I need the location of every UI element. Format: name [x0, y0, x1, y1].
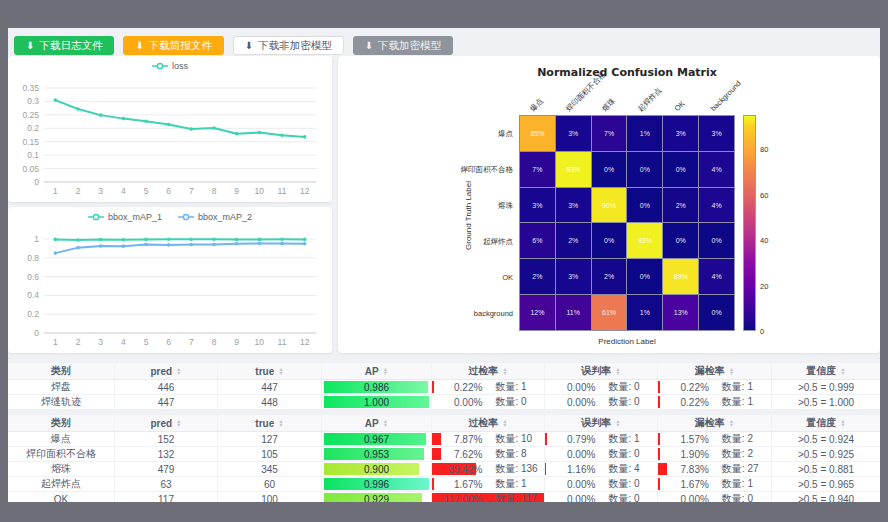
header-pred[interactable]: pred▲▼ — [115, 363, 218, 379]
colorbar-tick-label: 60 — [760, 191, 768, 200]
matrix-cell: 12% — [520, 295, 555, 330]
header-ap[interactable]: AP▲▼ — [322, 363, 432, 379]
cell-over-rate: 39.42%数量: 136 — [432, 462, 545, 476]
header-confidence[interactable]: 置信度▲▼ — [772, 415, 880, 431]
rate-percent: 0.00% — [432, 397, 482, 408]
rate-count: 数量: 0 — [608, 447, 639, 461]
header-label: 误判率 — [581, 364, 611, 378]
confusion-matrix-ylabel: Ground Truth Label — [464, 181, 473, 250]
header-miss-rate[interactable]: 漏检率▲▼ — [658, 363, 772, 379]
header-confidence[interactable]: 置信度▲▼ — [772, 363, 880, 379]
matrix-cell: 7% — [520, 152, 555, 187]
button-label: 下载加密模型 — [378, 39, 441, 53]
sort-icon[interactable]: ▲▼ — [502, 367, 507, 376]
header-misjudge-rate[interactable]: 误判率▲▼ — [545, 363, 658, 379]
header-true[interactable]: true▲▼ — [218, 415, 322, 431]
cell-misjudge-rate: 0.00%数量: 0 — [545, 447, 658, 461]
ap-value: 0.967 — [324, 433, 429, 445]
sort-icon[interactable]: ▲▼ — [278, 367, 283, 376]
header-label: pred — [150, 366, 172, 377]
legend-item-loss[interactable]: loss — [152, 61, 188, 71]
sort-icon[interactable]: ▲▼ — [729, 367, 734, 376]
confusion-matrix-xlabel: Prediction Label — [519, 337, 735, 346]
cell-ap: 1.000 — [322, 395, 432, 409]
header-pred[interactable]: pred▲▼ — [115, 415, 218, 431]
legend-label: bbox_mAP_1 — [108, 212, 162, 222]
matrix-cell: 4% — [699, 259, 734, 294]
loss-chart-legend: loss — [8, 61, 332, 71]
cell-miss-rate: 7.83%数量: 27 — [658, 462, 772, 476]
table-row: 起焊炸点63600.9961.67%数量: 10.00%数量: 01.67%数量… — [8, 477, 880, 492]
svg-text:0.25: 0.25 — [22, 110, 39, 120]
cell-pred: 152 — [115, 432, 218, 446]
ap-bar-wrap: 1.000 — [324, 396, 429, 408]
sort-icon[interactable]: ▲▼ — [615, 419, 620, 428]
svg-text:0: 0 — [34, 328, 39, 338]
header-label: pred — [150, 418, 172, 429]
sort-icon[interactable]: ▲▼ — [383, 419, 388, 428]
rate-percent: 0.22% — [432, 382, 482, 393]
matrix-cell: 89% — [663, 259, 698, 294]
toolbar: ⬇下载日志文件⬇下载简报文件⬇下载非加密模型⬇下载加密模型 — [14, 36, 453, 55]
header-true[interactable]: true▲▼ — [218, 363, 322, 379]
table-header-row: 类别pred▲▼true▲▼AP▲▼过检率▲▼误判率▲▼漏检率▲▼置信度▲▼ — [8, 363, 880, 380]
cell-miss-rate: 0.22%数量: 1 — [658, 395, 772, 409]
matrix-row-label: 熔珠 — [441, 201, 513, 211]
table-row: OK1171000.929117.00%数量: 1170.00%数量: 00.0… — [8, 492, 880, 502]
legend-item-bbox_mAP_1[interactable]: bbox_mAP_1 — [88, 212, 162, 222]
cell-pred: 447 — [115, 395, 218, 409]
header-miss-rate[interactable]: 漏检率▲▼ — [658, 415, 772, 431]
download-icon: ⬇ — [365, 41, 373, 51]
cell-ap: 0.900 — [322, 462, 432, 476]
download-icon: ⬇ — [26, 41, 34, 51]
rate-percent: 1.90% — [658, 449, 709, 460]
cell-confidence: >0.5 = 0.925 — [772, 447, 880, 461]
rate-count: 数量: 2 — [722, 432, 753, 446]
ap-value: 0.986 — [324, 381, 429, 393]
rate-count: 数量: 0 — [495, 395, 526, 409]
svg-text:0.6: 0.6 — [27, 272, 39, 282]
download-brief-file-button[interactable]: ⬇下载简报文件 — [123, 36, 223, 55]
rate-count: 数量: 0 — [608, 477, 639, 491]
ap-bar-wrap: 0.953 — [324, 448, 429, 460]
rate-count: 数量: 27 — [722, 462, 759, 476]
sort-icon[interactable]: ▲▼ — [383, 367, 388, 376]
header-label: 类别 — [51, 416, 71, 430]
matrix-col-label: OK — [673, 99, 687, 113]
sort-icon[interactable]: ▲▼ — [729, 419, 734, 428]
sort-icon[interactable]: ▲▼ — [176, 419, 181, 428]
download-unencrypted-model-button[interactable]: ⬇下载非加密模型 — [233, 36, 344, 55]
colorbar-tick-label: 0 — [760, 327, 764, 336]
download-log-file-button[interactable]: ⬇下载日志文件 — [14, 36, 114, 55]
cell-misjudge-rate: 0.79%数量: 1 — [545, 432, 658, 446]
svg-text:11: 11 — [278, 186, 287, 196]
sort-icon[interactable]: ▲▼ — [840, 419, 845, 428]
download-encrypted-model-button[interactable]: ⬇下载加密模型 — [353, 36, 453, 55]
legend-item-bbox_mAP_2[interactable]: bbox_mAP_2 — [178, 212, 252, 222]
matrix-cell: 1% — [627, 295, 662, 330]
rate-percent: 39.42% — [432, 464, 482, 475]
cell-class-name: 爆点 — [8, 432, 115, 446]
header-ap[interactable]: AP▲▼ — [322, 415, 432, 431]
rate-percent: 0.22% — [658, 382, 709, 393]
ap-bar-wrap: 0.996 — [324, 478, 429, 490]
sort-icon[interactable]: ▲▼ — [278, 419, 283, 428]
header-misjudge-rate[interactable]: 误判率▲▼ — [545, 415, 658, 431]
svg-text:10: 10 — [255, 337, 265, 347]
table-header-row: 类别pred▲▼true▲▼AP▲▼过检率▲▼误判率▲▼漏检率▲▼置信度▲▼ — [8, 415, 880, 432]
svg-text:6: 6 — [166, 186, 171, 196]
header-over-rate[interactable]: 过检率▲▼ — [432, 415, 545, 431]
rate-count: 数量: 1 — [722, 380, 753, 394]
cell-ap: 0.986 — [322, 380, 432, 394]
sort-icon[interactable]: ▲▼ — [176, 367, 181, 376]
matrix-cell: 13% — [663, 295, 698, 330]
sort-icon[interactable]: ▲▼ — [502, 419, 507, 428]
cell-over-rate: 0.22%数量: 1 — [432, 380, 545, 394]
rate-percent: 1.67% — [658, 479, 709, 490]
sort-icon[interactable]: ▲▼ — [615, 367, 620, 376]
header-over-rate[interactable]: 过检率▲▼ — [432, 363, 545, 379]
rate-percent: 0.00% — [545, 449, 595, 460]
sort-icon[interactable]: ▲▼ — [840, 367, 845, 376]
cell-confidence: >0.5 = 0.881 — [772, 462, 880, 476]
matrix-cell: 2% — [663, 188, 698, 223]
